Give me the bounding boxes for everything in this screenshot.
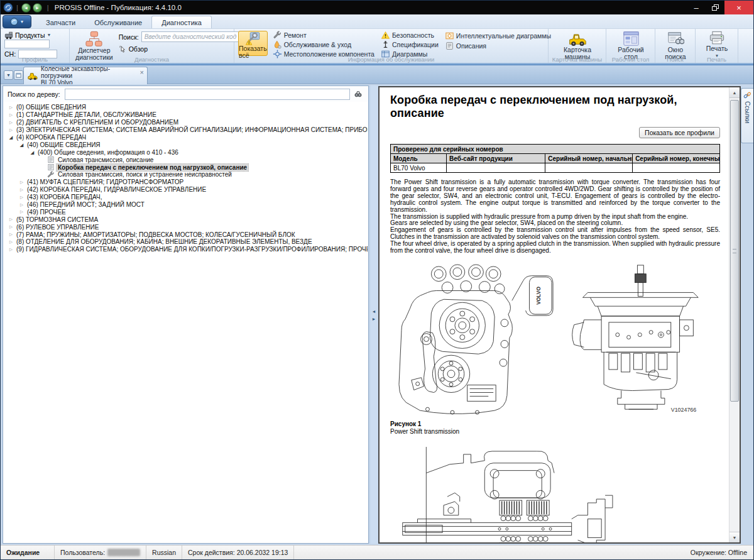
binoculars-icon (354, 90, 363, 98)
tree-search-button[interactable] (351, 88, 365, 100)
status-validity: Срок действия: 20.06.2032 19:13 (182, 546, 294, 559)
scroll-down-icon[interactable]: ▼ (729, 532, 740, 542)
scroll-up-icon[interactable]: ▲ (729, 87, 740, 98)
table-header-cell: Веб-сайт продукции (447, 154, 545, 163)
close-button[interactable]: × (724, 1, 753, 14)
collapse-left-icon[interactable]: ◄ (372, 309, 376, 313)
tree-item[interactable]: Силовая трансмиссия, поиск и устранение … (4, 171, 368, 178)
warning-icon (381, 31, 390, 40)
collapsed-arrow-icon[interactable]: ▷ (18, 195, 26, 200)
window-controls: – × (687, 1, 753, 14)
products-button[interactable]: Продукты ▼ (4, 30, 66, 40)
collapsed-arrow-icon[interactable]: ▷ (7, 113, 15, 118)
tree-item[interactable]: ▷(5) ТОРМОЗНАЯ СИСТЕМА (4, 216, 368, 223)
collapsed-arrow-icon[interactable]: ▷ (18, 202, 26, 207)
collapsed-arrow-icon[interactable]: ▷ (7, 232, 15, 237)
ribbon-tab-parts[interactable]: Запчасти (36, 16, 85, 28)
collapsed-arrow-icon[interactable]: ▷ (18, 187, 26, 192)
links-side-tab[interactable]: Ссылки (741, 88, 753, 143)
tree-item[interactable]: ◢(40) ОБЩИЕ СВЕДЕНИЯ (4, 141, 368, 148)
collapsed-arrow-icon[interactable]: ▷ (18, 209, 26, 214)
expanded-arrow-icon[interactable]: ◢ (18, 142, 26, 148)
tree-item[interactable]: ◢(4) КОРОБКА ПЕРЕДАЧ (4, 134, 368, 141)
machine-tab-icon (27, 71, 38, 80)
tree-item[interactable]: Силовая трансмиссия, описание (4, 156, 368, 163)
status-language: Russian (146, 546, 182, 559)
expanded-arrow-icon[interactable]: ◢ (7, 135, 15, 140)
collapsed-arrow-icon[interactable]: ▷ (7, 105, 15, 110)
tree-item[interactable]: ▷(0) ОБЩИЕ СВЕДЕНИЯ (4, 104, 368, 111)
desktop-icon (623, 31, 640, 47)
tree-item[interactable]: ▷(49) ПРОЧЕЕ (4, 208, 368, 216)
overview-button[interactable]: Обзор (119, 45, 163, 53)
application-menu-button[interactable]: ▼ (3, 15, 31, 28)
back-button[interactable]: ◄ (21, 3, 31, 13)
table-cell (545, 163, 633, 173)
service-button-maintenance[interactable]: Обслуживание & уход (273, 40, 374, 49)
figure1: VOLVO V1024766 Рисунок 1 Power Shift tra… (390, 263, 720, 436)
document-panel: Коробка передач с переключением под нагр… (378, 86, 741, 544)
tree-item[interactable]: ▷(2) ДВИГАТЕЛЬ С КРЕПЛЕНИЕМ И ОБОРУДОВАН… (4, 119, 368, 126)
doc-icon (47, 156, 55, 163)
cursor-icon (119, 45, 127, 53)
collapsed-arrow-icon[interactable]: ▷ (7, 217, 15, 222)
ribbon-tab-service[interactable]: Обслуживание (85, 16, 151, 28)
tree-item[interactable]: ▷(7) РАМА; ПРУЖИНЫ; АМОРТИЗАТОРЫ; ПОДВЕС… (4, 231, 368, 238)
minimize-button[interactable]: – (687, 1, 706, 14)
org-chart-icon (85, 31, 103, 47)
ribbon-group-service-info: Показать всё РемонтОбслуживание & уходМе… (234, 29, 549, 63)
links-tab-label: Ссылки (744, 101, 751, 123)
forward-button[interactable]: ► (33, 3, 42, 13)
tree-item[interactable]: ▷(42) КОРОБКА ПЕРЕДАЧ, ГИДРАВЛИЧЕСКОЕ УП… (4, 186, 368, 194)
show-all-profiles-button[interactable]: Показать все профили (639, 127, 720, 138)
service-button-descriptions[interactable]: Описания (445, 41, 551, 50)
scrollbar-thumb[interactable] (730, 100, 739, 402)
titlebar-separator: | (16, 4, 18, 11)
collapsed-arrow-icon[interactable]: ▷ (7, 247, 15, 252)
tree-item[interactable]: ◢(400) Общие сведения, информация о 410 … (4, 148, 368, 156)
tree-item[interactable]: ▷(3) ЭЛЕКТРИЧЕСКАЯ СИСТЕМА; СИСТЕМА АВАР… (4, 126, 368, 134)
collapse-right-icon[interactable]: ► (372, 316, 376, 321)
collapsed-arrow-icon[interactable]: ▷ (7, 239, 15, 244)
print-button[interactable]: Печать ▼ (704, 30, 729, 60)
service-button-safety[interactable]: Безопасность (381, 31, 439, 40)
diagnostic-search-label: Поиск: (119, 33, 139, 41)
diagnostics-dispatcher-button[interactable]: Диспетчер диагностики (74, 30, 115, 55)
figure1-image: VOLVO V1024766 (390, 263, 719, 418)
product-profile-input[interactable] (4, 40, 50, 48)
tree-item[interactable]: ▷(9) ГИДРАВЛИЧЕСКАЯ СИСТЕМА; ОБОРУДОВАНИ… (4, 246, 368, 253)
service-button-repair[interactable]: Ремонт (273, 31, 374, 40)
ribbon-tab-diagnostics[interactable]: Диагностика (151, 16, 212, 28)
tree-item[interactable]: ▷(1) СТАНДАРТНЫЕ ДЕТАЛИ, ОБСЛУЖИВАНИЕ (4, 111, 368, 119)
collapsed-arrow-icon[interactable]: ▷ (7, 128, 15, 133)
collapsed-arrow-icon[interactable]: ▷ (7, 224, 15, 229)
close-icon[interactable]: × (140, 69, 144, 76)
user-name-redacted (107, 549, 140, 556)
expanded-arrow-icon[interactable]: ◢ (28, 150, 36, 155)
document-paragraph: The Power Shift transmission is a fully … (390, 179, 720, 214)
smart-icon (445, 31, 454, 40)
tree-item[interactable]: ▷(46) ПЕРЕДНИЙ МОСТ; ЗАДНИЙ МОСТ (4, 201, 368, 209)
panel-splitter[interactable]: ◄ ► (369, 85, 378, 544)
tree-item[interactable]: Коробка передач с переключением под нагр… (4, 163, 368, 171)
tab-window-button[interactable] (14, 70, 23, 80)
tree-item[interactable]: ▷(6) РУЛЕВОЕ УПРАВЛЕНИЕ (4, 223, 368, 231)
desc-icon (445, 41, 454, 50)
tab-list-dropdown-button[interactable]: ▼ (4, 70, 13, 80)
show-all-button[interactable]: Показать всё (238, 31, 268, 56)
maximize-button[interactable] (706, 1, 724, 14)
tree-item[interactable]: ▷(41) МУФТА СЦЕПЛЕНИЯ; ГИДРОТРАНСФОРМАТО… (4, 178, 368, 186)
service-button-smart-diagrams[interactable]: Интеллектуальные диаграммы (445, 31, 551, 40)
collapsed-arrow-icon[interactable]: ▷ (18, 180, 26, 185)
tree-item[interactable]: ▷(43) КОРОБКА ПЕРЕДАЧ, (4, 194, 368, 201)
table-row: BL70 Volvo (391, 163, 720, 173)
document-scrollbar[interactable]: ▲ ▼ (729, 87, 740, 542)
tree-item[interactable]: ▷(8) ОТДЕЛЕНИЕ ДЛЯ ОБОРУДОВАНИЯ; КАБИНА;… (4, 238, 368, 246)
service-button-specifications[interactable]: Спецификации (381, 40, 439, 49)
tree-search-input[interactable] (65, 89, 350, 100)
overview-label: Обзор (129, 45, 148, 53)
collapsed-arrow-icon[interactable]: ▷ (7, 120, 15, 125)
document-tab-bl70[interactable]: Колесные экскаваторы-погрузчикиBL70 Volv… (23, 67, 148, 84)
tree-search-row: Поиск по дереву: (3, 86, 368, 102)
diagnostic-search-input[interactable] (141, 31, 247, 42)
